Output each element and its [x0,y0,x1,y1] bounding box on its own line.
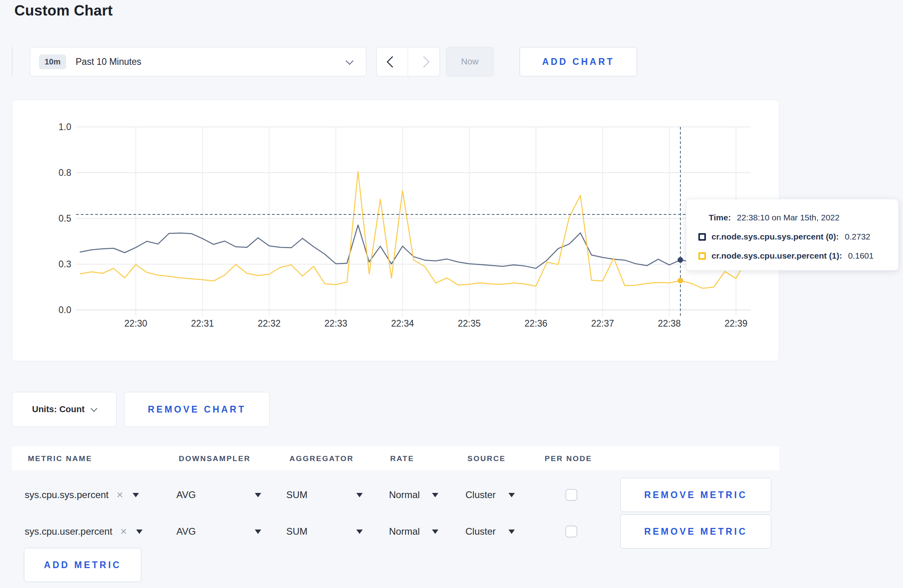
crosshair [76,127,751,317]
table-row: sys.cpu.user.percent × AVG SUM Normal Cl… [0,514,903,549]
x-axis-tick-label: 22:35 [458,318,481,329]
chart-card: 0.00.30.50.81.022:3022:3122:3222:3322:34… [12,99,779,361]
add-chart-button[interactable]: ADD CHART [520,47,637,76]
clear-metric-icon[interactable]: × [120,525,127,538]
time-range-dropdown[interactable]: 10m Past 10 Minutes [30,47,366,76]
add-metric-button[interactable]: ADD METRIC [24,548,141,582]
per-node-checkbox[interactable] [565,526,577,537]
sys-series-swatch-icon [698,233,706,241]
x-axis-tick-label: 22:39 [725,318,748,329]
metric-name-select[interactable]: sys.cpu.sys.percent × [25,477,139,512]
column-header-per-node: PER NODE [545,454,592,463]
chevron-down-icon [91,405,98,412]
metric-name-value: sys.cpu.sys.percent [25,489,109,500]
x-axis-tick-label: 22:34 [391,318,414,329]
column-header-aggregator: AGGREGATOR [289,454,354,463]
tooltip-series-value: 0.2732 [845,232,870,241]
y-axis-tick-label: 0.3 [59,259,71,269]
user-series-swatch-icon [698,252,706,260]
downsampler-select[interactable]: AVG [176,514,261,549]
rate-select[interactable]: Normal [389,477,438,512]
caret-down-icon [508,530,515,534]
tooltip-series-value: 0.1601 [848,251,874,261]
chart-axis-labels: 0.00.30.50.81.022:3022:3122:3222:3322:34… [59,122,747,329]
column-header-rate: RATE [390,454,414,463]
x-axis-tick-label: 22:31 [191,318,214,329]
units-dropdown[interactable]: Units: Count [12,392,117,427]
tooltip-series-row: cr.node.sys.cpu.user.percent (1): 0.1601 [698,248,887,264]
downsampler-select[interactable]: AVG [176,477,261,512]
chart-gridlines [76,127,751,317]
chart-tooltip: Time: 22:38:10 on Mar 15th, 2022 cr.node… [686,199,899,271]
rate-value: Normal [389,489,420,500]
aggregator-value: SUM [286,526,307,537]
remove-chart-button[interactable]: REMOVE CHART [124,392,270,427]
tooltip-series-row: cr.node.sys.cpu.sys.percent (0): 0.2732 [698,229,887,245]
aggregator-select[interactable]: SUM [286,514,363,549]
time-nav-group [376,47,440,76]
timeseries-chart[interactable]: 0.00.30.50.81.022:3022:3122:3222:3322:34… [12,100,780,362]
toolbar: 10m Past 10 Minutes Now ADD CHART [12,47,888,76]
caret-down-icon [255,493,261,497]
source-value: Cluster [465,526,496,537]
next-time-button[interactable] [408,47,440,76]
source-value: Cluster [465,489,496,500]
source-select[interactable]: Cluster [465,514,515,549]
crosshair-point-icon [678,278,683,283]
y-axis-tick-label: 0.8 [59,167,71,178]
y-axis-tick-label: 1.0 [59,122,71,132]
caret-down-icon [356,493,363,497]
caret-down-icon [508,493,515,497]
x-axis-tick-label: 22:36 [524,318,547,329]
series-line-cr.node.sys.cpu.user.percent [80,171,747,288]
series-line-cr.node.sys.cpu.sys.percent [80,225,747,269]
aggregator-value: SUM [286,489,307,500]
x-axis-tick-label: 22:37 [591,318,614,329]
caret-down-icon [136,530,143,534]
aggregator-select[interactable]: SUM [286,477,363,512]
caret-down-icon [432,493,438,497]
metrics-table-header: METRIC NAME DOWNSAMPLER AGGREGATOR RATE … [12,446,779,470]
tooltip-time-row: Time: 22:38:10 on Mar 15th, 2022 [709,210,887,226]
x-axis-tick-label: 22:33 [324,318,348,329]
tooltip-time-value: 22:38:10 on Mar 15th, 2022 [737,213,840,222]
chevron-right-icon [418,56,430,68]
units-label: Units: Count [32,404,85,415]
toolbar-divider [12,47,12,76]
page-title: Custom Chart [14,2,113,19]
remove-metric-button[interactable]: REMOVE METRIC [620,478,771,512]
x-axis-tick-label: 22:38 [658,318,681,329]
remove-metric-button[interactable]: REMOVE METRIC [620,514,771,549]
y-axis-tick-label: 0.5 [59,213,71,224]
tooltip-time-label: Time: [709,213,731,222]
caret-down-icon [133,493,139,497]
caret-down-icon [356,530,363,534]
column-header-downsampler: DOWNSAMPLER [179,454,251,463]
x-axis-tick-label: 22:30 [124,318,147,329]
time-range-label: Past 10 Minutes [76,56,141,67]
rate-select[interactable]: Normal [389,514,438,549]
metric-name-select[interactable]: sys.cpu.user.percent × [25,514,143,549]
column-header-metric-name: METRIC NAME [28,454,92,463]
now-button[interactable]: Now [446,47,494,76]
table-row: sys.cpu.sys.percent × AVG SUM Normal Clu… [0,477,903,512]
rate-value: Normal [389,526,420,537]
caret-down-icon [432,530,438,534]
clear-metric-icon[interactable]: × [117,489,123,501]
caret-down-icon [255,530,261,534]
tooltip-series-name: cr.node.sys.cpu.sys.percent (0): [711,232,839,241]
tooltip-series-name: cr.node.sys.cpu.user.percent (1): [711,251,842,261]
source-select[interactable]: Cluster [465,477,515,512]
chevron-down-icon [346,57,354,65]
metric-name-value: sys.cpu.user.percent [25,526,112,537]
x-axis-tick-label: 22:32 [258,318,281,329]
crosshair-point-icon [678,257,683,263]
y-axis-tick-label: 0.0 [59,305,71,315]
downsampler-value: AVG [176,489,196,500]
chevron-left-icon [386,56,398,68]
column-header-source: SOURCE [467,454,506,463]
per-node-checkbox[interactable] [565,489,577,501]
downsampler-value: AVG [176,526,196,537]
time-range-badge: 10m [39,55,66,69]
prev-time-button[interactable] [377,47,408,76]
